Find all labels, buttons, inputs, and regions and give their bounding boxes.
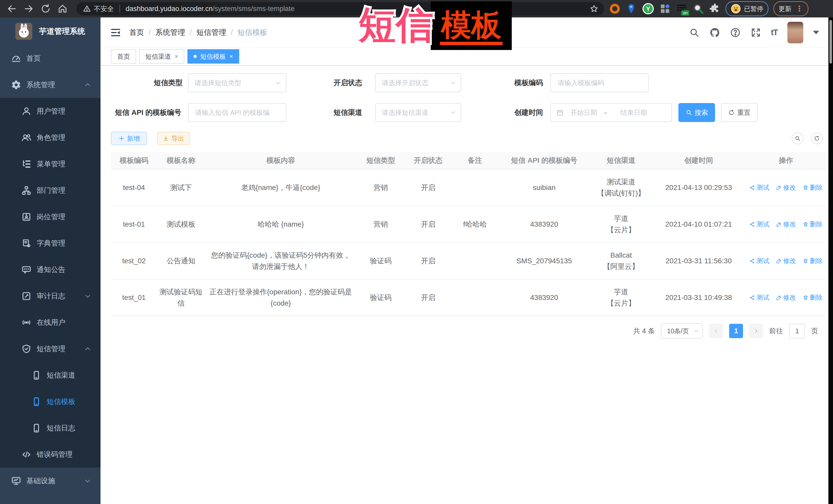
- show-search-toggle-button[interactable]: [792, 133, 804, 144]
- col-remark: 备注: [451, 152, 499, 169]
- extension-puzzle-icon[interactable]: [709, 3, 720, 14]
- page-size-select[interactable]: 10条/页: [661, 323, 703, 339]
- app-logo-row[interactable]: 芋道管理系统: [0, 18, 100, 45]
- prev-page-button[interactable]: [709, 324, 723, 338]
- edit-link[interactable]: 修改: [776, 219, 796, 229]
- github-icon[interactable]: [709, 27, 720, 38]
- test-link[interactable]: 测试: [749, 183, 769, 193]
- sidebar-item-notice[interactable]: 通知公告: [0, 256, 100, 283]
- sidebar-item-menu-mgmt[interactable]: 菜单管理: [0, 151, 100, 177]
- sidebar-item-home[interactable]: 首页: [0, 45, 100, 72]
- home-icon[interactable]: [57, 4, 68, 14]
- help-icon[interactable]: [730, 27, 741, 38]
- sidebar-item-post-mgmt[interactable]: 岗位管理: [0, 203, 100, 230]
- sidebar-item-sms-template[interactable]: 短信模板: [0, 388, 100, 415]
- avatar-caret-icon[interactable]: [813, 31, 819, 34]
- cell-type: 验证码: [356, 279, 405, 316]
- close-icon[interactable]: ×: [174, 53, 178, 60]
- sms-type-select[interactable]: 请选择短信类型: [188, 73, 286, 92]
- close-icon[interactable]: ×: [230, 53, 233, 60]
- delete-link[interactable]: 删除: [803, 183, 823, 193]
- sidebar-item-infrastructure[interactable]: 基础设施: [0, 467, 100, 494]
- breadcrumb-system[interactable]: 系统管理: [156, 27, 185, 38]
- tab-sms-template[interactable]: 短信模板 ×: [187, 49, 239, 64]
- sidebar-item-label: 系统管理: [26, 80, 55, 90]
- url-bar[interactable]: 不安全 dashboard.yudao.iocoder.cn/system/sm…: [76, 2, 604, 16]
- cell-api-id: 4383920: [499, 279, 590, 316]
- extension-onetab-icon[interactable]: on: [676, 3, 688, 15]
- cell-status: 开启: [405, 169, 451, 206]
- refresh-table-button[interactable]: [811, 133, 823, 144]
- sidebar-fold-icon[interactable]: [110, 27, 121, 38]
- test-link[interactable]: 测试: [749, 256, 769, 266]
- edit-link[interactable]: 修改: [776, 292, 796, 303]
- channel-select[interactable]: 请选择短信渠道: [375, 103, 461, 122]
- bookmark-star-icon[interactable]: [590, 4, 598, 13]
- api-template-id-input[interactable]: [195, 109, 280, 117]
- fullscreen-icon[interactable]: [751, 27, 761, 38]
- dashboard-icon: [11, 53, 21, 64]
- sidebar-item-user-mgmt[interactable]: 用户管理: [0, 98, 100, 124]
- extension-magnifier-icon[interactable]: [693, 3, 704, 14]
- font-size-icon[interactable]: tT: [771, 28, 778, 37]
- add-button-label: 新增: [127, 134, 140, 143]
- profile-paused-chip[interactable]: 已暂停: [725, 1, 768, 16]
- reload-icon[interactable]: [41, 4, 51, 14]
- delete-link[interactable]: 删除: [803, 292, 823, 303]
- extension-orange-ring-icon[interactable]: [609, 3, 620, 14]
- cell-content: 老鸡{name}，牛逼{code}: [205, 169, 356, 206]
- test-link[interactable]: 测试: [749, 292, 769, 303]
- id-badge-icon: [21, 212, 31, 222]
- goto-page-input[interactable]: [789, 323, 805, 338]
- sidebar-item-system-mgmt[interactable]: 系统管理: [0, 72, 100, 98]
- sidebar-item-audit-log[interactable]: 审计日志: [0, 283, 100, 309]
- browser-update-button[interactable]: 更新 ⋮: [774, 1, 808, 16]
- breadcrumb-sms[interactable]: 短信管理: [196, 27, 226, 38]
- sidebar-item-label: 用户管理: [37, 106, 65, 116]
- search-icon[interactable]: [689, 27, 700, 38]
- edit-link[interactable]: 修改: [776, 256, 796, 266]
- sidebar-item-role-mgmt[interactable]: 角色管理: [0, 124, 100, 151]
- cell-actions: 测试 修改 删除: [745, 279, 827, 316]
- next-page-button[interactable]: [749, 324, 763, 338]
- sidebar-item-online-users[interactable]: 在线用户: [0, 309, 100, 336]
- scrollbar-thumb[interactable]: [829, 20, 832, 64]
- extension-blue-pin-icon[interactable]: [625, 3, 637, 14]
- sidebar-item-sms-mgmt[interactable]: 短信管理: [0, 336, 100, 362]
- search-button[interactable]: 搜索: [679, 103, 715, 122]
- page-number-button[interactable]: 1: [729, 324, 743, 338]
- tab-sms-channel[interactable]: 短信渠道 ×: [139, 49, 184, 64]
- col-actions: 操作: [745, 152, 827, 169]
- edit-icon: [776, 258, 782, 264]
- sms-type-label: 短信类型: [111, 73, 183, 92]
- sidebar-item-sms-log[interactable]: 短信日志: [0, 415, 100, 441]
- back-icon[interactable]: [7, 4, 17, 14]
- template-code-input-wrap: [550, 73, 649, 92]
- forward-icon[interactable]: [24, 4, 34, 14]
- user-avatar[interactable]: [787, 22, 803, 43]
- tab-home[interactable]: 首页: [111, 49, 136, 64]
- app-header: 首页 / 系统管理 / 短信管理 / 短信模板 tT: [100, 18, 828, 48]
- browser-menu-icon[interactable]: ⋮: [795, 5, 803, 13]
- status-select[interactable]: 请选择开启状态: [375, 73, 461, 92]
- delete-link[interactable]: 删除: [803, 256, 823, 266]
- export-button[interactable]: 导出: [157, 132, 190, 145]
- export-button-label: 导出: [171, 134, 184, 143]
- template-code-input[interactable]: [557, 79, 642, 87]
- edit-link[interactable]: 修改: [776, 183, 796, 193]
- test-link[interactable]: 测试: [749, 219, 769, 229]
- add-button[interactable]: 新增: [111, 132, 147, 145]
- extension-green-y-icon[interactable]: Y: [642, 3, 654, 15]
- cell-created-at: 2021-03-31 11:56:30: [652, 242, 745, 279]
- delete-link[interactable]: 删除: [803, 219, 823, 229]
- sidebar-item-error-code[interactable]: 错误码管理: [0, 441, 100, 467]
- breadcrumb-home[interactable]: 首页: [129, 27, 144, 38]
- sidebar-item-dept-mgmt[interactable]: 部门管理: [0, 177, 100, 203]
- date-range-picker[interactable]: 开始日期 - 结束日期: [550, 103, 672, 122]
- reset-button[interactable]: 重置: [721, 103, 758, 122]
- api-template-id-label: 短信 API 的模板编号: [105, 103, 181, 122]
- chevron-down-icon: [450, 110, 456, 116]
- sidebar-item-sms-channel[interactable]: 短信渠道: [0, 362, 100, 388]
- sidebar-item-dict-mgmt[interactable]: 字典管理: [0, 230, 100, 256]
- extension-grid-icon[interactable]: [660, 3, 671, 14]
